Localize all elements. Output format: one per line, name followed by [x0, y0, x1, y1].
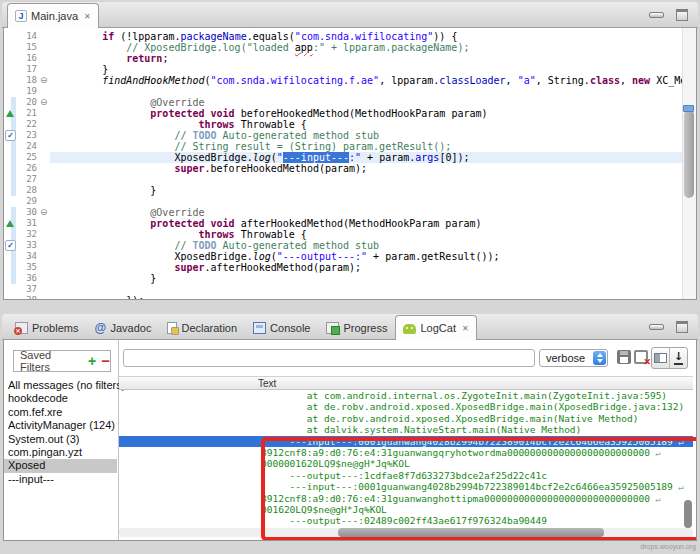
tab-label: Progress: [343, 322, 387, 334]
saved-filters-panel: Saved Filters + − All messages (no filte…: [4, 340, 119, 540]
code-line[interactable]: XposedBridge.log("---output---:" + param…: [54, 251, 683, 262]
code-line[interactable]: findAndHookMethod("com.snda.wifilocating…: [54, 75, 683, 86]
editor-scrollbar[interactable]: [682, 28, 696, 299]
code-line[interactable]: // String result = (String) param.getRes…: [54, 141, 683, 152]
bottom-tabbar: Problems @ Javadoc Declaration Console P…: [2, 314, 698, 340]
annotation-red-box: [261, 437, 697, 541]
declaration-icon: [167, 322, 177, 334]
code-line[interactable]: protected void afterHookedMethod(MethodH…: [54, 218, 683, 229]
code-line[interactable]: throws Throwable {: [54, 229, 683, 240]
overview-marker: [683, 105, 694, 112]
filter-item[interactable]: com.fef.xre: [4, 406, 117, 419]
code-line[interactable]: protected void beforeHookedMethod(Method…: [54, 108, 683, 119]
filter-item[interactable]: hookdecode: [4, 392, 117, 405]
code-line[interactable]: return;: [54, 53, 683, 64]
code-line[interactable]: // XposedBridge.log("loaded app:" + lppa…: [54, 42, 683, 53]
log-row[interactable]: at de.robv.android.xposed.XposedBridge.m…: [119, 401, 693, 412]
code-line[interactable]: super.beforeHookedMethod(param);: [54, 163, 683, 174]
tab-problems[interactable]: Problems: [7, 316, 86, 339]
tab-progress[interactable]: Progress: [318, 316, 395, 339]
code-line[interactable]: // TODO Auto-generated method stub: [54, 240, 683, 251]
filter-item[interactable]: System.out (3): [4, 433, 117, 446]
tab-label: Console: [270, 322, 310, 334]
progress-icon: [326, 322, 339, 334]
code-line[interactable]: [54, 86, 683, 97]
tab-declaration[interactable]: Declaration: [159, 316, 245, 339]
editor-scrollbar-thumb[interactable]: [684, 110, 694, 198]
filter-list: All messages (no filters)hookdecodecom.f…: [4, 379, 117, 486]
scroll-to-end-button[interactable]: ↓: [669, 348, 687, 368]
filter-item[interactable]: ActivityManager (124): [4, 419, 117, 432]
clear-log-icon[interactable]: [634, 350, 648, 364]
log-row[interactable]: at com.android.internal.os.ZygoteInit.ma…: [119, 390, 693, 401]
log-level-select[interactable]: verbose: [539, 349, 608, 367]
down-arrow-icon: ↓: [674, 351, 683, 365]
tab-console[interactable]: Console: [245, 316, 318, 339]
code-lines: if (!lpparam.packageName.equals("com.snd…: [4, 28, 696, 299]
filter-item[interactable]: com.pingan.yzt: [4, 446, 117, 459]
bottom-panel: Problems @ Javadoc Declaration Console P…: [2, 314, 698, 542]
code-line[interactable]: [54, 284, 683, 295]
add-filter-icon[interactable]: +: [88, 355, 96, 367]
code-line[interactable]: [54, 196, 683, 207]
display-toggle-group: ↓: [651, 347, 688, 369]
code-line[interactable]: }: [54, 273, 683, 284]
java-file-icon: J: [15, 10, 27, 22]
tab-logcat[interactable]: LogCat ✕: [395, 315, 476, 340]
editor-tab-title: Main.java: [31, 10, 78, 22]
code-line[interactable]: if (!lpparam.packageName.equals("com.snd…: [54, 31, 683, 42]
log-row[interactable]: at dalvik.system.NativeStart.main(Native…: [119, 424, 693, 435]
maximize-icon[interactable]: [676, 9, 688, 21]
log-row[interactable]: at de.robv.android.xposed.XposedBridge.m…: [119, 413, 693, 424]
delete-filter-icon[interactable]: −: [101, 355, 110, 367]
logcat-search-input[interactable]: [123, 349, 535, 367]
filter-item[interactable]: All messages (no filters): [4, 379, 117, 392]
code-line[interactable]: throws Throwable {: [54, 119, 683, 130]
code-line[interactable]: @Override: [54, 207, 683, 218]
saved-filters-header: Saved Filters + −: [13, 350, 111, 372]
console-icon: [253, 322, 266, 334]
code-line[interactable]: @Override: [54, 97, 683, 108]
filter-item[interactable]: Xposed: [4, 459, 117, 472]
close-icon[interactable]: ✕: [84, 12, 91, 21]
text-column-header: Text: [258, 378, 276, 389]
saved-filters-title: Saved Filters: [20, 350, 83, 372]
eclipse-window: J Main.java ✕ 1415161718⊖1920⊖212223✓242…: [0, 0, 700, 554]
code-line[interactable]: }: [54, 64, 683, 75]
tab-javadoc[interactable]: @ Javadoc: [86, 316, 159, 339]
display-mode-button[interactable]: [652, 348, 669, 368]
javadoc-icon: @: [94, 322, 106, 334]
save-log-icon[interactable]: [617, 350, 631, 364]
code-line[interactable]: [54, 174, 683, 185]
log-table-header[interactable]: Text: [119, 376, 693, 390]
minimize-icon[interactable]: [649, 12, 664, 18]
logcat-android-icon: [403, 324, 416, 334]
tab-label: Declaration: [181, 322, 237, 334]
filter-item[interactable]: ---input---: [4, 473, 117, 486]
code-line[interactable]: });: [54, 295, 683, 300]
minimize-icon[interactable]: [649, 324, 664, 330]
close-icon[interactable]: ✕: [462, 324, 469, 333]
tab-main-java[interactable]: J Main.java ✕: [7, 3, 99, 28]
watermark: drops.wooyun.org: [640, 543, 696, 550]
log-level-value: verbose: [546, 352, 585, 364]
dropdown-stepper-icon: [593, 351, 606, 365]
maximize-icon[interactable]: [676, 321, 688, 333]
editor-tabbar: J Main.java ✕: [2, 2, 698, 28]
tab-label: LogCat: [420, 322, 455, 334]
tab-label: Javadoc: [110, 322, 151, 334]
code-line[interactable]: XposedBridge.log("---input---:" + param.…: [54, 152, 683, 163]
editor-view: J Main.java ✕ 1415161718⊖1920⊖212223✓242…: [2, 2, 698, 301]
code-line[interactable]: // TODO Auto-generated method stub: [54, 130, 683, 141]
code-line[interactable]: super.afterHookedMethod(param);: [54, 262, 683, 273]
code-line[interactable]: }: [54, 185, 683, 196]
tab-label: Problems: [32, 322, 78, 334]
logcat-view: Saved Filters + − All messages (no filte…: [3, 340, 697, 541]
pane-icon: [654, 353, 667, 363]
problems-icon: [15, 322, 28, 334]
code-editor[interactable]: 1415161718⊖1920⊖212223✓24252627282930⊖31…: [3, 28, 697, 300]
